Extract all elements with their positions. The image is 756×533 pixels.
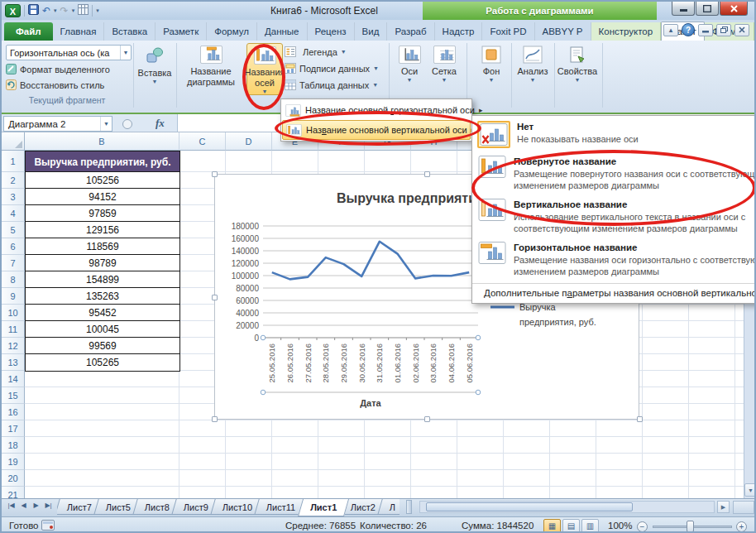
row-header-15[interactable]: 15 <box>2 387 25 404</box>
cell-B10[interactable]: 95452 <box>25 304 180 322</box>
next-sheet-icon[interactable]: ▶ <box>31 502 41 509</box>
data-labels-button[interactable]: Подписи данных ▼ <box>285 60 379 76</box>
column-header-C[interactable]: C <box>179 132 226 151</box>
close-icon[interactable] <box>720 2 748 16</box>
row-header-5[interactable]: 5 <box>2 222 25 238</box>
save-icon[interactable] <box>28 4 39 17</box>
submenu-more-options[interactable]: Дополнительные параметры названия основн… <box>472 283 756 301</box>
undo-icon[interactable]: ↶ <box>42 5 50 17</box>
redo-icon[interactable]: ↷ <box>60 5 69 17</box>
chart-element-selector[interactable]: Горизонтальная ось (ка ▼ <box>6 45 132 60</box>
chart-title-button[interactable]: Название диаграммы <box>179 43 242 95</box>
macro-record-icon[interactable] <box>41 520 55 532</box>
row-header-1[interactable]: 1 <box>2 151 25 172</box>
tab-Вставка[interactable]: Вставка <box>104 22 156 41</box>
data-table-button[interactable]: Таблица данных ▼ <box>285 77 379 93</box>
page-break-view-icon[interactable]: ▥ <box>581 519 599 533</box>
tab-Разметк[interactable]: Разметк <box>156 22 207 41</box>
first-sheet-icon[interactable]: |◀ <box>6 502 17 509</box>
menu-item-vertical-axis-title[interactable]: Название основной вертикальной оси▸ <box>282 120 471 140</box>
cell-B6[interactable]: 118569 <box>25 238 180 256</box>
axis-titles-button[interactable]: Названия осей ▼ <box>246 43 283 95</box>
cell-B4[interactable]: 97859 <box>25 204 180 223</box>
scroll-right-icon[interactable]: ▶ <box>717 501 730 513</box>
workbook-restore-icon[interactable] <box>716 24 731 36</box>
prev-sheet-icon[interactable]: ◀ <box>18 502 29 509</box>
tab-Конструктор[interactable]: Конструктор <box>591 22 662 41</box>
submenu-item-rotated[interactable]: Повернутое названиеРазмещение повернутог… <box>472 152 756 195</box>
redo-dropdown-icon[interactable]: ▾ <box>72 7 75 14</box>
row-header-7[interactable]: 7 <box>2 255 25 271</box>
chart-selection-handle[interactable] <box>212 171 218 177</box>
cell-B7[interactable]: 98789 <box>25 254 180 272</box>
tab-Вид[interactable]: Вид <box>355 22 388 41</box>
cell-B8[interactable]: 154899 <box>25 271 180 289</box>
tab-Главная[interactable]: Главная <box>53 22 105 41</box>
horizontal-scrollbar[interactable] <box>419 501 715 513</box>
minimize-icon[interactable] <box>672 2 695 16</box>
undo-dropdown-icon[interactable]: ▾ <box>54 7 57 14</box>
help-icon[interactable]: ? <box>682 23 695 36</box>
tab-Разраб[interactable]: Разраб <box>387 22 434 41</box>
analysis-button[interactable]: Анализ ▼ <box>514 43 551 95</box>
zoom-out-icon[interactable]: − <box>637 521 648 532</box>
normal-view-icon[interactable]: ▦ <box>543 519 561 533</box>
format-selection-button[interactable]: Формат выделенного <box>6 62 110 76</box>
row-header-19[interactable]: 19 <box>2 454 25 470</box>
cell-B13[interactable]: 105265 <box>25 353 180 372</box>
cell-B5[interactable]: 129156 <box>25 221 180 239</box>
row-header-11[interactable]: 11 <box>2 321 25 338</box>
gridlines-button[interactable]: Сетка ▼ <box>427 43 462 95</box>
cell-B12[interactable]: 99569 <box>25 337 180 355</box>
customize-qat-icon[interactable]: ▾ <box>96 7 99 14</box>
horizontal-scrollbar-thumb[interactable] <box>426 502 633 511</box>
row-header-21[interactable]: 21 <box>2 487 25 498</box>
tab-ABBYY P[interactable]: ABBYY P <box>535 22 591 41</box>
last-sheet-icon[interactable]: ▶| <box>43 502 54 509</box>
axes-button[interactable]: Оси ▼ <box>394 43 425 95</box>
sheet-tab-Л[interactable]: Л <box>377 499 400 515</box>
row-header-13[interactable]: 13 <box>2 354 25 371</box>
tab-split-handle[interactable] <box>406 500 412 514</box>
row-header-4[interactable]: 4 <box>2 205 25 222</box>
tab-Надстр[interactable]: Надстр <box>435 22 483 41</box>
chart-selection-handle[interactable] <box>212 295 218 300</box>
collapse-ribbon-icon[interactable]: ▴ <box>663 24 678 36</box>
row-header-2[interactable]: 2 <box>2 172 25 189</box>
tab-Данные[interactable]: Данные <box>257 22 308 41</box>
scroll-down-icon[interactable]: ▼ <box>744 483 756 497</box>
submenu-item-vertical[interactable]: Вертикальное названиеИспользование верти… <box>472 195 756 238</box>
row-header-16[interactable]: 16 <box>2 404 25 420</box>
row-header-10[interactable]: 10 <box>2 305 25 321</box>
excel-logo-icon[interactable]: X <box>5 4 21 17</box>
chart-selection-handle[interactable] <box>212 416 218 422</box>
submenu-item-none[interactable]: НетНе показывать название оси <box>472 118 756 152</box>
column-header-D[interactable]: D <box>226 132 272 151</box>
background-button[interactable]: Фон ▼ <box>475 43 508 95</box>
zoom-slider-thumb[interactable] <box>687 521 694 532</box>
reset-style-button[interactable]: Восстановить стиль <box>6 78 104 92</box>
cell-B2[interactable]: 105256 <box>25 171 180 190</box>
row-header-3[interactable]: 3 <box>2 189 25 205</box>
row-header-20[interactable]: 20 <box>2 470 25 487</box>
chevron-down-icon[interactable]: ▼ <box>100 117 112 131</box>
zoom-in-icon[interactable]: + <box>736 521 747 532</box>
select-all-corner[interactable] <box>2 132 25 151</box>
tab-Формул[interactable]: Формул <box>207 22 257 41</box>
page-layout-view-icon[interactable]: ▤ <box>562 519 580 533</box>
submenu-item-horizontal[interactable]: Горизонтальное названиеРазмещение назван… <box>472 238 756 281</box>
cell-B1[interactable]: Выручка предприятия, руб. <box>25 151 180 173</box>
row-header-14[interactable]: 14 <box>2 371 25 387</box>
chart-selection-handle[interactable] <box>424 416 430 422</box>
chart-selection-handle[interactable] <box>637 416 643 422</box>
menu-item-horizontal-axis-title[interactable]: Название основной горизонтальной оси▸ <box>282 100 471 120</box>
cell-B3[interactable]: 94152 <box>25 188 180 206</box>
function-wizard-icon[interactable] <box>122 119 132 129</box>
properties-button[interactable]: Свойства ▼ <box>556 43 599 95</box>
column-header-B[interactable]: B <box>25 132 179 151</box>
chevron-down-icon[interactable]: ▼ <box>120 46 131 60</box>
row-header-9[interactable]: 9 <box>2 288 25 305</box>
fx-icon[interactable]: fx <box>156 117 165 130</box>
row-header-8[interactable]: 8 <box>2 271 25 288</box>
tab-Реценз[interactable]: Реценз <box>308 22 355 41</box>
